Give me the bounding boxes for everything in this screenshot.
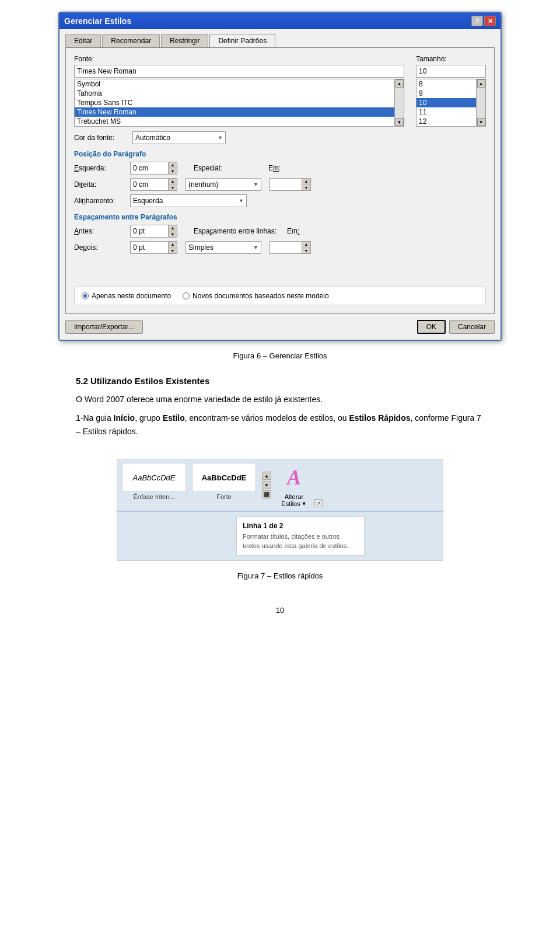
esquerda-spin-up[interactable]: ▲: [169, 162, 177, 168]
antes-spin-arrows: ▲ ▼: [168, 225, 177, 238]
listbox-item-tahoma[interactable]: Tahoma: [75, 89, 394, 98]
scroll-up-arrow[interactable]: ▲: [396, 79, 404, 88]
em-spin-down2[interactable]: ▼: [302, 247, 310, 253]
font-right: Tamanho: 8 9 10 11 12 ▲ ▼: [416, 55, 486, 127]
radio-label-1: Apenas neste documento: [92, 292, 171, 300]
em-label2: Em:: [287, 227, 299, 235]
cor-fonte-select[interactable]: Automático ▼: [132, 131, 226, 144]
cancel-button[interactable]: Cancelar: [449, 320, 495, 334]
direita-spin-down[interactable]: ▼: [169, 184, 177, 190]
tab-editar[interactable]: Editar: [65, 34, 101, 47]
em-spin-down1[interactable]: ▼: [302, 184, 310, 190]
cor-fonte-label: Cor da fonte:: [74, 134, 132, 142]
size-9[interactable]: 9: [416, 89, 476, 98]
simples-select[interactable]: Simples ▼: [186, 241, 261, 254]
alterar-dropdown[interactable]: Estilos ▼: [281, 500, 306, 507]
tab-restringir[interactable]: Restringir: [161, 34, 208, 47]
help-button[interactable]: ?: [471, 16, 483, 26]
titlebar-buttons: ? ✕: [471, 16, 496, 26]
body-text-section: 5.2 Utilizando Estilos Existentes O Word…: [76, 374, 484, 449]
fonte-listbox[interactable]: Symbol Tahoma Tempus Sans ITC Times New …: [74, 79, 395, 127]
linha-info-box: Linha 1 de 2 Formatar títulos, citações …: [236, 517, 365, 556]
style-label-enfase: Ênfase Inten...: [134, 493, 175, 500]
espacamento-title: Espaçamento entre Parágrafos: [74, 213, 486, 221]
tamanho-scroll-up[interactable]: ▲: [477, 79, 485, 88]
style-box-forte: AaBbCcDdE: [192, 463, 256, 492]
tab-definir-padroes[interactable]: Definir Padrões: [209, 34, 275, 47]
figure7-bottom: Linha 1 de 2 Formatar títulos, citações …: [117, 511, 443, 560]
expand-icon[interactable]: ↗: [314, 499, 323, 507]
gallery-scroll: ▲ ▼ ⬛: [262, 472, 271, 498]
tamanho-input[interactable]: [416, 65, 486, 78]
fonte-listbox-wrapper: Symbol Tahoma Tempus Sans ITC Times New …: [74, 79, 404, 127]
em-spin-up2[interactable]: ▲: [302, 242, 310, 247]
antes-spin-down[interactable]: ▼: [169, 231, 177, 237]
ok-button[interactable]: OK: [417, 320, 446, 334]
size-10[interactable]: 10: [416, 98, 476, 107]
alinhamento-row: Alinhamento: Esquerda ▼: [74, 194, 486, 207]
tab-recomendar[interactable]: Recomendar: [102, 34, 160, 47]
depois-input[interactable]: [130, 241, 168, 254]
gallery-expand[interactable]: ⬛: [262, 490, 271, 498]
radio-circle-1: [82, 292, 89, 299]
fonte-label: Fonte:: [74, 55, 404, 63]
body-paragraph-2: 1-Na guia Início, grupo Estilo, encontra…: [76, 412, 484, 438]
listbox-item-tempus[interactable]: Tempus Sans ITC: [75, 98, 394, 107]
gallery-down[interactable]: ▼: [262, 481, 271, 489]
em-input2[interactable]: [270, 241, 302, 254]
estilo-bold: Estilo: [163, 413, 185, 423]
font-size-section: Fonte: Symbol Tahoma Tempus Sans ITC Tim…: [74, 55, 486, 127]
importar-exportar-button[interactable]: Importar/Exportar...: [65, 320, 143, 334]
style-enfase-preview: AaBbCcDdE Ênfase Inten...: [122, 463, 186, 500]
radio-label-2: Novos documentos baseados neste modelo: [192, 292, 328, 300]
dialog-title: Gerenciar Estilos: [64, 16, 131, 26]
alinhamento-select[interactable]: Esquerda ▼: [130, 194, 247, 207]
alterar-btn-area: Alterar Estilos ▼: [281, 493, 306, 507]
esquerda-spin-arrows: ▲ ▼: [168, 162, 177, 175]
estilos-label: Estilos: [281, 500, 300, 507]
dialog-titlebar: Gerenciar Estilos ? ✕: [60, 13, 501, 29]
radio-novos-documentos[interactable]: Novos documentos baseados neste modelo: [183, 292, 328, 300]
depois-spin-up[interactable]: ▲: [169, 242, 177, 247]
direita-spin-up[interactable]: ▲: [169, 179, 177, 184]
style-forte-preview: AaBbCcDdE Forte: [192, 463, 256, 500]
alterar-label: Alterar: [285, 493, 303, 500]
listbox-item-symbol[interactable]: Symbol: [75, 79, 394, 89]
especial-select[interactable]: (nenhum) ▼: [186, 178, 261, 191]
direita-label: Direita:: [74, 180, 125, 189]
esquerda-input[interactable]: [130, 162, 168, 175]
depois-spinbox: ▲ ▼: [130, 241, 177, 254]
tamanho-listbox[interactable]: 8 9 10 11 12: [416, 79, 477, 127]
fonte-scrollbar[interactable]: ▲ ▼: [395, 79, 404, 127]
em-label1: Em:: [268, 164, 286, 172]
size-11[interactable]: 11: [416, 107, 476, 117]
direita-input[interactable]: [130, 178, 168, 191]
depois-spin-arrows: ▲ ▼: [168, 241, 177, 254]
tab-content-definir: Fonte: Symbol Tahoma Tempus Sans ITC Tim…: [65, 47, 495, 314]
radio-apenas-neste[interactable]: Apenas neste documento: [82, 292, 171, 300]
linha-desc: Formatar títulos, citações e outros text…: [243, 532, 358, 550]
tabs-row: Editar Recomendar Restringir Definir Pad…: [65, 34, 495, 47]
antes-spin-up[interactable]: ▲: [169, 225, 177, 231]
antes-spinbox: ▲ ▼: [130, 225, 177, 238]
font-left: Fonte: Symbol Tahoma Tempus Sans ITC Tim…: [74, 55, 404, 127]
size-12[interactable]: 12: [416, 117, 476, 126]
size-8[interactable]: 8: [416, 79, 476, 89]
depois-spin-down[interactable]: ▼: [169, 247, 177, 253]
fonte-input[interactable]: [74, 65, 404, 78]
linha-title: Linha 1 de 2: [243, 522, 358, 530]
direita-spinbox: ▲ ▼: [130, 178, 177, 191]
scroll-down-arrow[interactable]: ▼: [396, 118, 404, 126]
tamanho-listbox-wrapper: 8 9 10 11 12 ▲ ▼: [416, 79, 486, 127]
close-button[interactable]: ✕: [484, 16, 496, 26]
esquerda-spin-down[interactable]: ▼: [169, 168, 177, 174]
em-input1[interactable]: [270, 178, 302, 191]
listbox-item-trebuchet[interactable]: Trebuchet MS: [75, 117, 394, 126]
listbox-item-times[interactable]: Times New Roman: [75, 107, 394, 117]
tamanho-scrollbar[interactable]: ▲ ▼: [477, 79, 486, 127]
antes-input[interactable]: [130, 225, 168, 238]
em-spin-up1[interactable]: ▲: [302, 179, 310, 184]
style-text-forte: AaBbCcDdE: [202, 473, 247, 482]
tamanho-scroll-down[interactable]: ▼: [477, 118, 485, 126]
gallery-up[interactable]: ▲: [262, 472, 271, 480]
